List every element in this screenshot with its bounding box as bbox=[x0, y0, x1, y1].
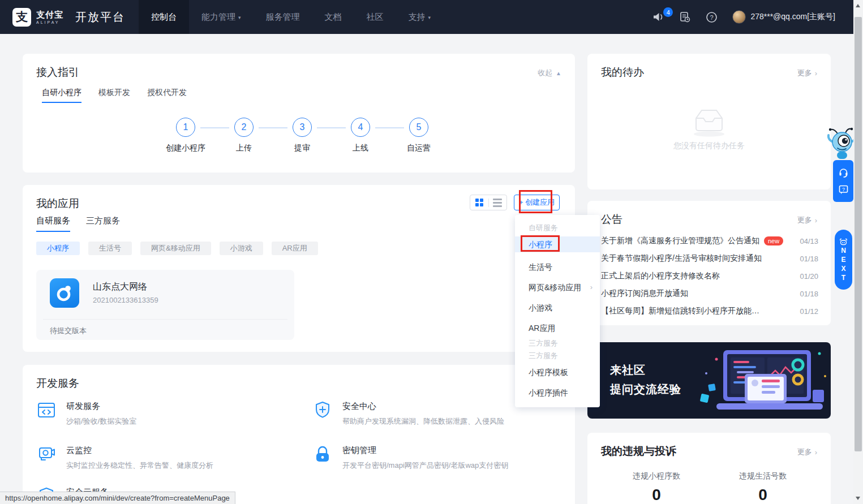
app-card[interactable]: 山东点大网络 2021002133613359 待提交版本 bbox=[36, 270, 294, 340]
announcement-item[interactable]: 关于新增《高速服务行业管理规范》公告通知 new 04/13 bbox=[601, 235, 818, 247]
nav-item-label: 社区 bbox=[367, 12, 384, 23]
menu-item-lifeaccount[interactable]: 生活号 bbox=[515, 259, 600, 275]
guide-tab-self-dev[interactable]: 自研小程序 bbox=[42, 88, 81, 103]
announcement-item[interactable]: 关于春节假期小程序/生活号审核时间安排通知 01/18 bbox=[601, 252, 818, 265]
navbar-right: 4 ? 278***@qq.com[主账号] bbox=[652, 10, 853, 24]
question-bubble-icon[interactable]: ? bbox=[838, 184, 849, 195]
dev-service-desc: 沙箱/验收/数据实验室 bbox=[66, 416, 136, 427]
scrollbar-thumb[interactable] bbox=[855, 17, 862, 451]
violation-stat-miniprogram: 违规小程序数 0 bbox=[606, 471, 707, 504]
guide-tab-template[interactable]: 模板开发 bbox=[98, 88, 130, 103]
dev-service-name: 密钥管理 bbox=[342, 445, 508, 456]
next-floating-button[interactable]: N E X T bbox=[835, 230, 852, 290]
menu-group-third-party: 三方服务 bbox=[529, 338, 558, 348]
guide-step-3: 3 提审 bbox=[273, 118, 332, 153]
nav-item-community[interactable]: 社区 bbox=[354, 0, 396, 34]
menu-item-ar[interactable]: AR应用 bbox=[515, 320, 600, 336]
tab-third-party-services[interactable]: 三方服务 bbox=[86, 216, 120, 232]
announcements-more-link[interactable]: 更多 › bbox=[797, 215, 817, 225]
nav-item-docs[interactable]: 文档 bbox=[312, 0, 354, 34]
tab-self-services[interactable]: 自研服务 bbox=[36, 216, 70, 232]
dev-service-cloud-monitor[interactable]: 云监控 实时监控业务稳定性、异常告警、健康度分析 bbox=[36, 444, 213, 471]
code-window-icon bbox=[36, 400, 57, 420]
chevron-right-icon: › bbox=[815, 448, 817, 456]
filter-chip-web-mobile[interactable]: 网页&移动应用 bbox=[140, 242, 211, 255]
nav-item-console[interactable]: 控制台 bbox=[139, 0, 189, 34]
caret-down-icon: ▾ bbox=[428, 15, 431, 20]
chevron-right-icon: › bbox=[590, 279, 592, 295]
step-circle: 2 bbox=[234, 118, 254, 137]
nav-menu: 控制台 能力管理▾ 服务管理 文档 社区 支持▾ bbox=[139, 0, 443, 34]
notification-badge: 4 bbox=[663, 7, 673, 17]
dev-service-research[interactable]: 研发服务 沙箱/验收/数据实验室 bbox=[36, 400, 136, 427]
dev-services-card: 开发服务 研发服务 沙箱/验收/数据实验室 安全中心 帮助商户发现系统漏洞、降低… bbox=[23, 365, 575, 504]
todo-title: 我的待办 bbox=[601, 65, 644, 80]
filter-chip-miniprogram[interactable]: 小程序 bbox=[36, 242, 80, 255]
records-button[interactable] bbox=[679, 11, 691, 23]
step-connector bbox=[259, 127, 287, 128]
violation-stat-lifeaccount: 违规生活号数 0 bbox=[712, 471, 814, 504]
notification-button[interactable]: 4 bbox=[652, 12, 664, 22]
create-app-button[interactable]: + 创建应用 bbox=[514, 195, 560, 210]
dev-service-security-center[interactable]: 安全中心 帮助商户发现系统漏洞、降低数据泄露、入侵风险 bbox=[312, 400, 504, 427]
menu-item-miniprogram[interactable]: 小程序 bbox=[515, 236, 600, 252]
announcement-item[interactable]: 正式上架后的小程序支持修改名称 01/20 bbox=[601, 270, 818, 282]
more-label: 更多 bbox=[797, 68, 812, 78]
brand-text: 支付宝 ALIPAY bbox=[36, 10, 63, 24]
nav-item-label: 控制台 bbox=[151, 12, 177, 23]
announcement-text: 关于春节假期小程序/生活号审核时间安排通知 bbox=[601, 253, 762, 264]
headset-icon[interactable] bbox=[838, 167, 849, 178]
account-menu[interactable]: 278***@qq.com[主账号] bbox=[732, 10, 835, 24]
announcement-date: 01/12 bbox=[800, 307, 818, 316]
nav-item-support[interactable]: 支持▾ bbox=[396, 0, 444, 34]
next-letter: T bbox=[841, 274, 845, 282]
stat-value: 0 bbox=[606, 486, 707, 504]
step-circle: 5 bbox=[409, 118, 428, 137]
list-view-button[interactable] bbox=[489, 195, 507, 210]
step-circle: 1 bbox=[176, 118, 195, 137]
vertical-scrollbar[interactable] bbox=[853, 0, 863, 504]
guide-tab-delegated[interactable]: 授权代开发 bbox=[147, 88, 187, 103]
nav-item-label: 能力管理 bbox=[201, 12, 235, 23]
grid-view-button[interactable] bbox=[470, 195, 488, 210]
nav-item-capability[interactable]: 能力管理▾ bbox=[189, 0, 254, 34]
scroll-down-arrow-icon[interactable] bbox=[856, 497, 860, 500]
menu-item-plugin[interactable]: 小程序插件 bbox=[515, 385, 600, 400]
help-button[interactable]: ? bbox=[706, 11, 718, 23]
filter-chip-ar[interactable]: AR应用 bbox=[272, 242, 318, 255]
stat-label: 违规小程序数 bbox=[606, 471, 707, 481]
app-type-filters: 小程序 生活号 网页&移动应用 小游戏 AR应用 bbox=[36, 242, 318, 255]
todo-card: 我的待办 更多 › 您没有任何待办任务 bbox=[587, 54, 831, 189]
avatar bbox=[732, 10, 746, 24]
step-connector bbox=[375, 127, 404, 128]
scroll-up-arrow-icon[interactable] bbox=[856, 4, 860, 7]
dev-service-desc: 实时监控业务稳定性、异常告警、健康度分析 bbox=[66, 460, 213, 471]
more-label: 更多 bbox=[797, 215, 812, 225]
ant-mascot-icon[interactable] bbox=[827, 127, 857, 161]
account-email: 278***@qq.com[主账号] bbox=[750, 12, 835, 22]
menu-item-template[interactable]: 小程序模板 bbox=[515, 364, 600, 380]
collapse-button[interactable]: 收起 ▲ bbox=[538, 68, 561, 78]
violations-more-link[interactable]: 更多 › bbox=[797, 447, 817, 457]
announcement-item[interactable]: 【社区每周】新增短信跳转到小程序开放能力、新... 01/12 bbox=[601, 305, 818, 317]
next-letter: X bbox=[841, 265, 845, 273]
filter-chip-lifeaccount[interactable]: 生活号 bbox=[88, 242, 132, 255]
menu-item-web-mobile[interactable]: 网页&移动应用 › bbox=[515, 279, 600, 295]
announcements-card: 公告 更多 › 关于新增《高速服务行业管理规范》公告通知 new 04/13 关… bbox=[587, 201, 831, 325]
alipay-brand[interactable]: 支 支付宝 ALIPAY 开放平台 bbox=[0, 8, 125, 27]
document-clock-icon bbox=[679, 11, 691, 23]
menu-item-minigame[interactable]: 小游戏 bbox=[515, 300, 600, 316]
more-label: 更多 bbox=[797, 447, 812, 457]
guide-step-5: 5 自运营 bbox=[389, 118, 448, 153]
announcement-text: 小程序订阅消息开放通知 bbox=[601, 288, 688, 299]
nav-item-service[interactable]: 服务管理 bbox=[254, 0, 312, 34]
filter-chip-minigame[interactable]: 小游戏 bbox=[220, 242, 263, 255]
announcement-item[interactable]: 小程序订阅消息开放通知 01/18 bbox=[601, 287, 818, 300]
dev-service-key-management[interactable]: 密钥管理 开发平台密钥/mapi网管产品密钥/老版wap支付密钥 bbox=[312, 444, 508, 471]
svg-text:?: ? bbox=[710, 14, 714, 20]
dev-services-title: 开发服务 bbox=[36, 376, 79, 391]
todo-more-link[interactable]: 更多 › bbox=[797, 68, 817, 78]
stat-value: 0 bbox=[712, 486, 814, 504]
community-banner[interactable]: 来社区 提问交流经验 bbox=[587, 342, 831, 419]
step-label: 上线 bbox=[331, 143, 390, 153]
